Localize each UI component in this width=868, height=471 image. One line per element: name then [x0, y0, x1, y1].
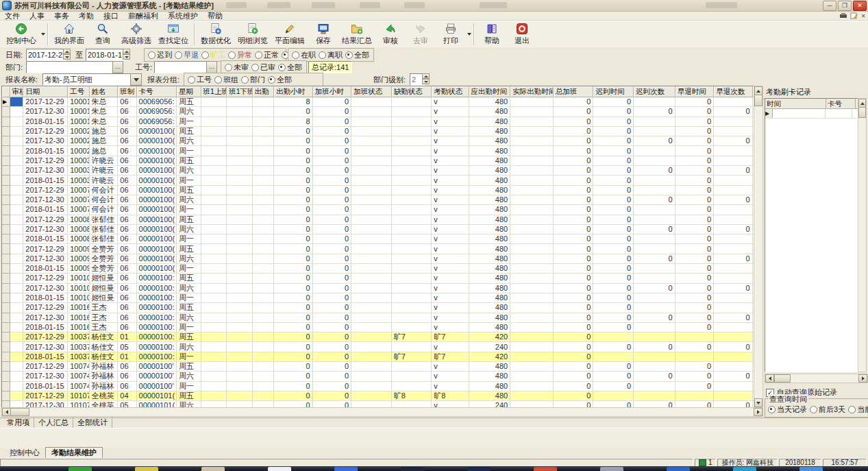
table-cell[interactable]: [634, 156, 675, 166]
table-cell[interactable]: [227, 293, 253, 303]
table-cell[interactable]: 06: [118, 313, 136, 323]
table-cell[interactable]: [351, 127, 392, 136]
table-cell[interactable]: [510, 352, 554, 362]
table-cell[interactable]: 2017-12-30: [23, 225, 68, 234]
table-cell[interactable]: [351, 342, 392, 352]
table-cell[interactable]: v: [432, 146, 469, 156]
table-cell[interactable]: 06: [118, 205, 136, 215]
table-cell[interactable]: 2017-12-30: [23, 372, 68, 381]
table-cell[interactable]: 480: [469, 97, 511, 107]
table-cell[interactable]: 0: [274, 234, 312, 244]
table-cell[interactable]: [227, 215, 253, 225]
table-cell[interactable]: 00000100(: [137, 136, 177, 146]
table-cell[interactable]: 0: [675, 244, 714, 254]
table-cell[interactable]: 2017-12-29: [23, 156, 68, 166]
table-cell[interactable]: 0: [634, 225, 675, 234]
table-cell[interactable]: [392, 195, 432, 205]
table-cell[interactable]: 10009: [68, 264, 89, 274]
panel-horizontal-scrollbar[interactable]: [765, 374, 868, 383]
table-cell[interactable]: [593, 352, 634, 362]
toolbar-button-平面编辑[interactable]: 平面编辑: [271, 21, 308, 47]
table-cell[interactable]: 0: [274, 293, 312, 303]
table-cell[interactable]: 0: [675, 254, 714, 264]
table-cell[interactable]: v: [432, 117, 469, 127]
table-cell[interactable]: 0: [675, 284, 714, 293]
table-cell[interactable]: [227, 136, 253, 146]
table-cell[interactable]: 0: [274, 362, 312, 372]
table-cell[interactable]: 旷7: [392, 352, 432, 362]
table-cell[interactable]: 0: [675, 136, 714, 146]
table-cell[interactable]: v: [432, 342, 469, 352]
table-cell[interactable]: [510, 156, 554, 166]
close-button[interactable]: ✕: [853, 1, 867, 11]
table-cell[interactable]: 2017-12-29: [23, 97, 68, 107]
table-cell[interactable]: 2017-12-30: [23, 166, 68, 176]
table-cell[interactable]: 10016: [68, 323, 89, 333]
table-cell[interactable]: v: [432, 264, 469, 274]
col-header-班1上班[interactable]: 班1上班: [201, 86, 227, 97]
table-row[interactable]: 2017-12-2910002施总0600000100(周五00v480000: [2, 127, 754, 136]
table-cell[interactable]: [10, 323, 24, 333]
table-cell[interactable]: 0: [313, 264, 351, 274]
table-cell[interactable]: 0: [714, 195, 752, 205]
table-cell[interactable]: 00000100': [137, 362, 177, 372]
table-cell[interactable]: 06: [118, 186, 136, 195]
table-cell[interactable]: 06: [118, 244, 136, 254]
toolbar-button-我的界面[interactable]: 我的界面: [51, 21, 88, 47]
table-cell[interactable]: [253, 225, 274, 234]
table-cell[interactable]: 480: [469, 205, 511, 215]
table-cell[interactable]: 06: [118, 97, 136, 107]
col-header-早退次数[interactable]: 早退次数: [714, 86, 752, 97]
table-cell[interactable]: 10007: [68, 195, 89, 205]
table-cell[interactable]: 10016: [68, 303, 89, 313]
table-cell[interactable]: 周一: [177, 205, 201, 215]
toolbar-button-审核[interactable]: 审核: [375, 21, 406, 47]
table-cell[interactable]: [634, 323, 675, 333]
table-cell[interactable]: [227, 274, 253, 283]
table-cell[interactable]: 10010: [68, 284, 89, 293]
table-cell[interactable]: [634, 303, 675, 313]
table-cell[interactable]: 0: [593, 166, 634, 176]
table-cell[interactable]: [675, 352, 714, 362]
table-cell[interactable]: [351, 352, 392, 362]
table-cell[interactable]: [351, 401, 392, 407]
table-cell[interactable]: 2017-12-30: [23, 254, 68, 264]
table-cell[interactable]: 10074: [68, 362, 89, 372]
table-cell[interactable]: 0: [313, 313, 351, 323]
table-cell[interactable]: 06: [118, 107, 136, 117]
table-cell[interactable]: [253, 342, 274, 352]
table-cell[interactable]: 许晓云: [90, 166, 119, 176]
table-cell[interactable]: 0: [554, 117, 594, 127]
table-cell[interactable]: 2018-01-15: [23, 352, 68, 362]
table-cell[interactable]: [201, 205, 227, 215]
table-cell[interactable]: [510, 401, 554, 407]
table-cell[interactable]: 480: [469, 225, 511, 234]
taskbar-app-icon[interactable]: [733, 467, 756, 471]
table-cell[interactable]: 0: [593, 284, 634, 293]
table-cell[interactable]: [510, 215, 554, 225]
table-cell[interactable]: [253, 254, 274, 264]
table-row[interactable]: 2017-12-3010074孙福林0600000100'周六00v480000…: [2, 372, 754, 381]
table-cell[interactable]: [10, 205, 24, 215]
table-cell[interactable]: 480: [469, 313, 511, 323]
table-cell[interactable]: [714, 205, 752, 215]
table-cell[interactable]: 0: [714, 136, 752, 146]
table-cell[interactable]: 10003: [68, 176, 89, 185]
table-cell[interactable]: 全桃英: [90, 401, 119, 407]
table-cell[interactable]: v: [432, 166, 469, 176]
table-cell[interactable]: [593, 333, 634, 342]
table-cell[interactable]: 周六: [177, 136, 201, 146]
table-cell[interactable]: [201, 333, 227, 342]
table-cell[interactable]: 0: [274, 382, 312, 391]
table-cell[interactable]: [227, 234, 253, 244]
table-cell[interactable]: 0: [554, 176, 594, 185]
table-cell[interactable]: 2017-12-30: [23, 136, 68, 146]
table-cell[interactable]: 10001: [68, 117, 89, 127]
table-cell[interactable]: 0: [593, 215, 634, 225]
table-cell[interactable]: [201, 107, 227, 117]
panel-vertical-scrollbar[interactable]: [858, 98, 867, 372]
table-cell[interactable]: 0: [274, 244, 312, 254]
col-header-card[interactable]: 卡号: [826, 99, 856, 109]
table-cell[interactable]: 00000100:: [137, 352, 177, 362]
table-cell[interactable]: 周五: [177, 391, 201, 401]
